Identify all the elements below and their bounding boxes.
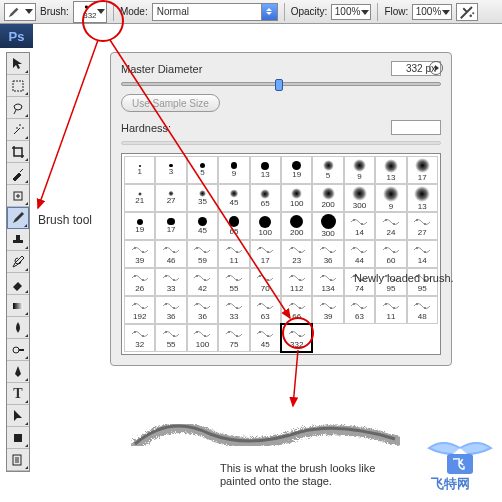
- brush-cell[interactable]: [407, 324, 438, 352]
- brush-cell[interactable]: 134: [312, 268, 343, 296]
- brush-cell[interactable]: 200: [281, 212, 312, 240]
- brush-cell[interactable]: 63: [250, 296, 281, 324]
- wand-tool[interactable]: [7, 119, 29, 141]
- type-tool[interactable]: T: [7, 383, 29, 405]
- svg-point-70: [385, 303, 387, 305]
- brush-cell[interactable]: 14: [407, 240, 438, 268]
- marquee-tool[interactable]: [7, 75, 29, 97]
- brush-cell[interactable]: 9: [375, 184, 406, 212]
- gradient-tool[interactable]: [7, 295, 29, 317]
- brush-cell[interactable]: 35: [187, 184, 218, 212]
- brush-cell[interactable]: 70: [250, 268, 281, 296]
- brush-cell[interactable]: 17: [407, 156, 438, 184]
- flow-input[interactable]: 100%: [412, 4, 452, 20]
- path-select-tool[interactable]: [7, 405, 29, 427]
- opacity-input[interactable]: 100%: [331, 4, 371, 20]
- brush-cell[interactable]: 48: [407, 296, 438, 324]
- brush-cell[interactable]: 192: [124, 296, 155, 324]
- master-diameter-slider[interactable]: [121, 82, 441, 86]
- healing-tool[interactable]: [7, 185, 29, 207]
- brush-cell[interactable]: 39: [312, 296, 343, 324]
- brush-cell[interactable]: 60: [375, 240, 406, 268]
- brush-cell[interactable]: 59: [187, 240, 218, 268]
- chevron-down-icon: [25, 9, 33, 14]
- brush-cell[interactable]: 36: [312, 240, 343, 268]
- brush-cell[interactable]: 26: [124, 268, 155, 296]
- hardness-input[interactable]: [391, 120, 441, 135]
- blend-mode-stepper[interactable]: [262, 3, 278, 21]
- brush-cell[interactable]: [312, 324, 343, 352]
- brush-cell[interactable]: 36: [155, 296, 186, 324]
- brush-cell[interactable]: 100: [281, 184, 312, 212]
- hardness-slider[interactable]: [121, 141, 441, 145]
- tool-preset-picker[interactable]: [4, 3, 36, 21]
- brush-cell[interactable]: 3: [155, 156, 186, 184]
- brush-cell[interactable]: 9: [218, 156, 249, 184]
- stamp-tool[interactable]: [7, 229, 29, 251]
- notes-tool[interactable]: [7, 449, 29, 471]
- flyout-menu-button[interactable]: [429, 61, 443, 75]
- brush-cell[interactable]: 65: [250, 184, 281, 212]
- dodge-tool[interactable]: [7, 339, 29, 361]
- airbrush-toggle[interactable]: [456, 3, 478, 21]
- chevron-down-icon: [361, 10, 369, 15]
- brush-cell[interactable]: 100: [250, 212, 281, 240]
- move-tool[interactable]: [7, 53, 29, 75]
- brush-cell[interactable]: 24: [375, 212, 406, 240]
- brush-cell[interactable]: 63: [344, 296, 375, 324]
- brush-cell[interactable]: 45: [218, 184, 249, 212]
- brush-cell[interactable]: 36: [187, 296, 218, 324]
- brush-cell[interactable]: 112: [281, 268, 312, 296]
- brush-cell[interactable]: 55: [155, 324, 186, 352]
- brush-cell[interactable]: 17: [250, 240, 281, 268]
- brush-cell[interactable]: 65: [218, 212, 249, 240]
- brush-cell[interactable]: 11: [375, 296, 406, 324]
- brush-cell[interactable]: 42: [187, 268, 218, 296]
- brush-cell[interactable]: 13: [250, 156, 281, 184]
- brush-cell[interactable]: 19: [281, 156, 312, 184]
- lasso-tool[interactable]: [7, 97, 29, 119]
- brush-cell[interactable]: 46: [155, 240, 186, 268]
- brush-cell[interactable]: 17: [155, 212, 186, 240]
- crop-tool[interactable]: [7, 141, 29, 163]
- brush-cell[interactable]: 5: [312, 156, 343, 184]
- use-sample-size-button[interactable]: Use Sample Size: [121, 94, 220, 112]
- brush-cell[interactable]: 39: [124, 240, 155, 268]
- brush-cell[interactable]: 27: [155, 184, 186, 212]
- svg-point-42: [259, 275, 261, 277]
- brush-tool[interactable]: [7, 207, 29, 229]
- brush-cell[interactable]: 45: [250, 324, 281, 352]
- eyedropper-tool[interactable]: [7, 163, 29, 185]
- brush-cell[interactable]: 19: [124, 212, 155, 240]
- brush-cell[interactable]: 300: [344, 184, 375, 212]
- eraser-tool[interactable]: [7, 273, 29, 295]
- shape-tool[interactable]: [7, 427, 29, 449]
- brush-cell[interactable]: 23: [281, 240, 312, 268]
- blend-mode-select[interactable]: Normal: [152, 3, 262, 21]
- brush-cell[interactable]: 300: [312, 212, 343, 240]
- brush-cell[interactable]: 44: [344, 240, 375, 268]
- brush-cell[interactable]: 1: [124, 156, 155, 184]
- brush-cell[interactable]: 55: [218, 268, 249, 296]
- brush-cell[interactable]: 13: [407, 184, 438, 212]
- brush-cell[interactable]: 75: [218, 324, 249, 352]
- brush-cell[interactable]: 45: [187, 212, 218, 240]
- brush-cell[interactable]: 33: [218, 296, 249, 324]
- brush-cell[interactable]: 21: [124, 184, 155, 212]
- brush-cell[interactable]: 14: [344, 212, 375, 240]
- brush-cell[interactable]: 33: [155, 268, 186, 296]
- brush-cell[interactable]: [375, 324, 406, 352]
- blur-tool[interactable]: [7, 317, 29, 339]
- brush-cell[interactable]: 9: [344, 156, 375, 184]
- brush-cell[interactable]: [344, 324, 375, 352]
- brush-cell[interactable]: 27: [407, 212, 438, 240]
- brush-cell[interactable]: 100: [187, 324, 218, 352]
- brush-cell[interactable]: 13: [375, 156, 406, 184]
- brush-cell[interactable]: 200: [312, 184, 343, 212]
- brush-cell[interactable]: 5: [187, 156, 218, 184]
- pen-tool[interactable]: [7, 361, 29, 383]
- history-brush-tool[interactable]: [7, 251, 29, 273]
- brush-cell[interactable]: 32: [124, 324, 155, 352]
- brush-cell[interactable]: 11: [218, 240, 249, 268]
- svg-point-26: [322, 247, 324, 249]
